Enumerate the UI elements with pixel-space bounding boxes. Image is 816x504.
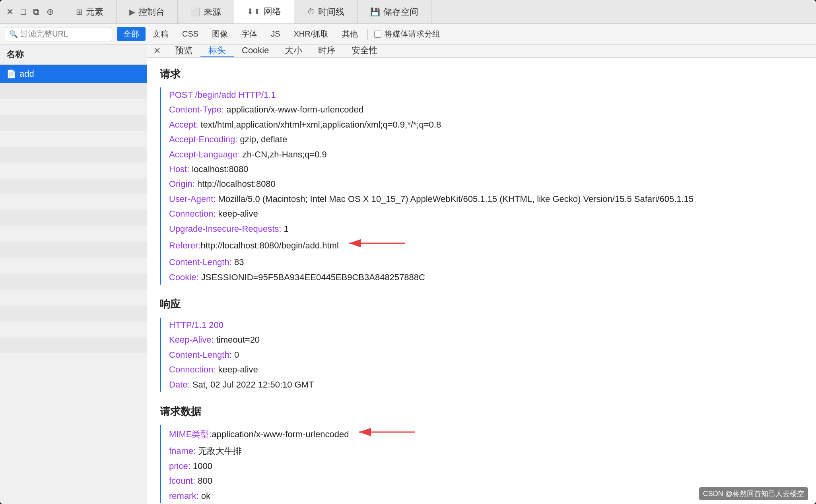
response-section-title: 响应 [160, 297, 803, 311]
stripe-row [0, 353, 147, 369]
tab-timeline[interactable]: ⏱ 时间线 [294, 0, 357, 23]
data-mime-value: application/x-www-form-urlencoded [212, 427, 349, 442]
filter-all-button[interactable]: 全部 [117, 27, 146, 41]
tab-timeline-label: 时间线 [318, 6, 344, 18]
header-key: Content-Type: [169, 105, 224, 114]
timeline-icon: ⏱ [307, 7, 315, 16]
header-host: Host: localhost:8080 [169, 162, 803, 176]
data-fname-key: fname: [169, 446, 196, 456]
header-value: Mozilla/5.0 (Macintosh; Intel Mac OS X 1… [218, 194, 694, 204]
data-price: price: 1000 [169, 459, 803, 473]
filter-buttons: 全部 文稿 CSS 图像 字体 JS XHR/抓取 其他 [117, 27, 364, 41]
stripe-row [0, 163, 147, 178]
header-user-agent: User-Agent: Mozilla/5.0 (Macintosh; Inte… [169, 192, 803, 206]
close-icon[interactable]: ✕ [6, 7, 14, 17]
media-group: 将媒体请求分组 [374, 29, 440, 39]
filter-other-button[interactable]: 其他 [336, 27, 364, 41]
request-data-title: 请求数据 [160, 405, 803, 419]
response-status-text: HTTP/1.1 200 [169, 320, 223, 330]
filter-font-button[interactable]: 字体 [235, 27, 264, 41]
dock-icon[interactable]: ⧉ [33, 7, 39, 17]
header-value: http://localhost:8080 [197, 179, 276, 189]
header-content-length: Content-Length: 83 [169, 255, 803, 269]
add-file-icon: 📄 [6, 69, 16, 79]
request-line-text: POST /begin/add HTTP/1.1 [169, 90, 276, 100]
stripe-row [0, 194, 147, 210]
toolbar-icons: ✕ □ ⧉ ⊕ [6, 7, 54, 17]
request-section: 请求 POST /begin/add HTTP/1.1 Content-Type… [160, 67, 803, 285]
header-value: 1 [284, 224, 289, 234]
storage-icon: 💾 [370, 7, 380, 17]
header-key: Accept: [169, 120, 198, 130]
sub-tab-cookie[interactable]: Cookie [234, 45, 277, 57]
response-headers-block: HTTP/1.1 200 Keep-Alive: timeout=20 Cont… [160, 318, 803, 392]
header-key: Accept-Language: [169, 149, 240, 159]
sub-tabs: ✕ 预览 标头 Cookie 大小 时序 安全性 [147, 45, 816, 58]
header-content-type: Content-Type: application/x-www-form-url… [169, 102, 803, 117]
filter-xhr-button[interactable]: XHR/抓取 [287, 27, 335, 41]
filter-divider [367, 29, 368, 40]
header-value: timeout=20 [216, 335, 260, 345]
header-accept-encoding: Accept-Encoding: gzip, deflate [169, 132, 803, 147]
tab-elements-label: 元素 [86, 6, 103, 18]
request-headers-block: POST /begin/add HTTP/1.1 Content-Type: a… [160, 87, 803, 285]
data-remark-key: remark: [169, 491, 199, 501]
header-key: Date: [169, 380, 190, 390]
stripe-row [0, 83, 147, 99]
stripe-row [0, 290, 147, 306]
referer-arrow [345, 236, 409, 255]
detail-panel: ✕ 预览 标头 Cookie 大小 时序 安全性 请求 POST /begin/… [147, 45, 816, 504]
data-mime-key: MIME类型: [169, 427, 212, 442]
filter-input-wrap[interactable]: 🔍 [5, 27, 112, 41]
sub-tab-close-icon[interactable]: ✕ [153, 46, 161, 56]
sub-tab-size[interactable]: 大小 [277, 45, 310, 57]
tab-console[interactable]: ▶ 控制台 [117, 0, 178, 23]
header-value: application/x-www-form-urlencoded [226, 105, 363, 114]
stripe-row [0, 99, 147, 115]
sub-tab-timing[interactable]: 时序 [310, 45, 344, 57]
tab-storage[interactable]: 💾 储存空间 [357, 0, 431, 23]
filter-doc-button[interactable]: 文稿 [146, 27, 175, 41]
header-value: 0 [234, 350, 239, 360]
filter-image-button[interactable]: 图像 [206, 27, 234, 41]
window-icon[interactable]: □ [21, 7, 26, 17]
main-area: 名称 📄 add [0, 45, 816, 504]
sidebar-list: 📄 add [0, 65, 147, 504]
tab-network-label: 网络 [264, 6, 281, 17]
stripe-row [0, 258, 147, 274]
sub-tab-headers[interactable]: 标头 [200, 45, 234, 57]
tab-console-label: 控制台 [138, 6, 165, 18]
header-upgrade: Upgrade-Insecure-Requests: 1 [169, 221, 803, 236]
filter-css-button[interactable]: CSS [176, 28, 205, 40]
header-value: keep-alive [218, 364, 258, 374]
response-section: 响应 HTTP/1.1 200 Keep-Alive: timeout=20 C… [160, 297, 803, 392]
data-fname: fname: 无敌大牛排 [169, 444, 803, 458]
filter-url-input[interactable] [20, 29, 108, 39]
stripe-row [0, 210, 147, 226]
top-toolbar: ✕ □ ⧉ ⊕ ⊞ 元素 ▶ 控制台 ⬜ 来源 ⬇⬆ 网络 ⏱ [0, 0, 816, 24]
header-value: gzip, deflate [240, 134, 288, 144]
filter-js-button[interactable]: JS [264, 28, 286, 40]
sub-tab-security[interactable]: 安全性 [344, 45, 386, 57]
stripe-row [0, 337, 147, 353]
tab-elements[interactable]: ⊞ 元素 [63, 0, 117, 23]
stripe-row [0, 306, 147, 322]
header-key: Origin: [169, 179, 195, 189]
sub-tab-preview[interactable]: 预览 [167, 45, 200, 57]
header-value: JSESSIONID=95F5BA934EE0445EB9CB3A8482578… [201, 272, 425, 282]
media-group-checkbox[interactable] [374, 31, 381, 38]
stripe-row [0, 274, 147, 290]
header-accept-language: Accept-Language: zh-CN,zh-Hans;q=0.9 [169, 147, 803, 162]
sidebar-item-add[interactable]: 📄 add [0, 65, 147, 83]
data-fcount: fcount: 800 [169, 473, 803, 488]
header-value: zh-CN,zh-Hans;q=0.9 [243, 149, 327, 159]
inspect-icon[interactable]: ⊕ [47, 7, 54, 17]
stripe-row [0, 178, 147, 194]
elements-icon: ⊞ [76, 7, 83, 17]
tab-sources[interactable]: ⬜ 来源 [178, 0, 234, 23]
data-fcount-key: fcount: [169, 476, 195, 486]
tab-network[interactable]: ⬇⬆ 网络 [234, 0, 294, 23]
sidebar-name-label: 名称 [6, 48, 24, 60]
header-value: Sat, 02 Jul 2022 12:50:10 GMT [192, 380, 314, 390]
resp-header-connection: Connection: keep-alive [169, 362, 803, 377]
